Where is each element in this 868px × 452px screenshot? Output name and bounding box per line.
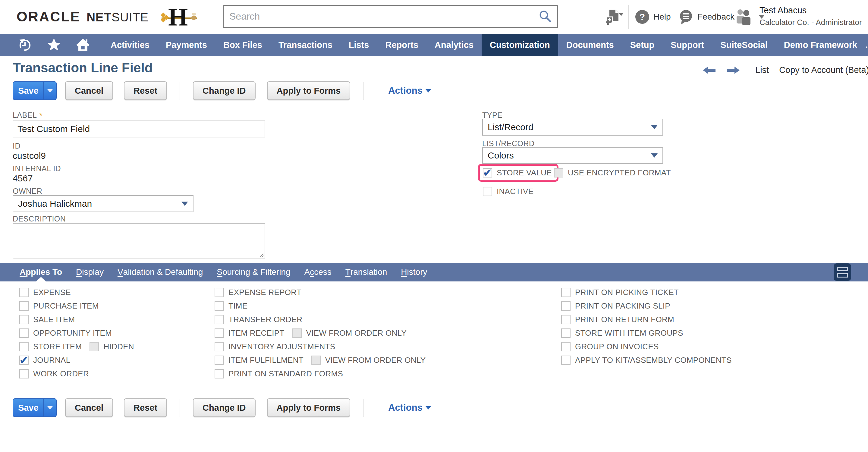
checkbox-hidden[interactable] (90, 342, 99, 351)
nav-tab-reports[interactable]: Reports (377, 34, 427, 56)
nav-tab-support[interactable]: Support (662, 34, 712, 56)
apply-to-forms-button[interactable]: Apply to Forms (267, 398, 350, 417)
chevron-down-icon (426, 406, 431, 410)
search-input[interactable] (229, 11, 538, 22)
owner-select[interactable]: Joshua Halickman (13, 195, 193, 212)
netsuite-wordmark-suite: SUITE (112, 10, 149, 24)
subtab-applies-to[interactable]: Applies To (13, 263, 69, 282)
checkbox-expense[interactable] (19, 288, 29, 297)
history-icon[interactable] (18, 38, 32, 52)
nav-tab-documents[interactable]: Documents (558, 34, 622, 56)
subtab-history[interactable]: History (394, 263, 434, 282)
nav-tab-lists[interactable]: Lists (341, 34, 377, 56)
checkbox-inactive[interactable] (483, 187, 492, 196)
nav-tab-customization[interactable]: Customization (482, 34, 558, 56)
nav-tab-payments[interactable]: Payments (158, 34, 215, 56)
save-button-label[interactable]: Save (13, 82, 43, 99)
nav-tab-box-files[interactable]: Box Files (215, 34, 270, 56)
checkbox-item-receipt[interactable] (215, 328, 224, 338)
checkbox-label: STORE WITH ITEM GROUPS (575, 328, 683, 338)
checkbox-label: SALE ITEM (33, 315, 75, 324)
checkbox-store-value[interactable]: ✔ (483, 168, 492, 177)
inactive-row: INACTIVE (483, 187, 533, 196)
forward-arrow-icon[interactable] (726, 65, 740, 75)
checkbox-view-from-order-only[interactable] (292, 328, 302, 338)
checkbox-print-on-packing-slip[interactable] (561, 301, 570, 311)
layout-rows-icon[interactable] (834, 263, 851, 281)
save-button[interactable]: Save (13, 82, 57, 100)
nav-overflow-button[interactable]: ... (865, 40, 868, 50)
nav-tab-setup[interactable]: Setup (622, 34, 663, 56)
checkbox-print-on-picking-ticket[interactable] (561, 288, 570, 297)
actions-menu[interactable]: Actions (388, 402, 431, 413)
checkbox-label: STORE ITEM (33, 342, 82, 351)
reset-button[interactable]: Reset (124, 398, 167, 417)
checkbox-inventory-adjustments[interactable] (215, 342, 224, 351)
home-icon[interactable] (76, 38, 90, 52)
checkbox-view-from-order-only[interactable] (311, 356, 321, 365)
feedback-menu[interactable]: Feedback (679, 0, 735, 34)
checkbox-work-order[interactable] (19, 369, 29, 379)
applies-to-row: EXPENSE (19, 286, 134, 299)
list-record-select[interactable]: Colors (482, 147, 663, 164)
subtab-sourcing-filtering[interactable]: Sourcing & Filtering (210, 263, 297, 282)
subtab-display[interactable]: Display (69, 263, 111, 282)
checkbox-item-fulfillment[interactable] (215, 356, 224, 365)
copy-to-account-link[interactable]: Copy to Account (Beta) (779, 65, 868, 75)
change-id-button[interactable]: Change ID (193, 82, 255, 100)
logo-h-letter: H (168, 2, 188, 32)
checkbox-expense-report[interactable] (215, 288, 224, 297)
checkbox-opportunity-item[interactable] (19, 328, 29, 338)
checkbox-group-on-invoices[interactable] (561, 342, 570, 351)
nav-tab-suitesocial[interactable]: SuiteSocial (712, 34, 775, 56)
back-arrow-icon[interactable] (702, 65, 716, 75)
checkbox-apply-to-kit-assembly-components[interactable] (561, 356, 570, 365)
save-dropdown-button[interactable] (43, 82, 56, 99)
cancel-button[interactable]: Cancel (65, 398, 113, 417)
checkbox-label: PRINT ON PACKING SLIP (575, 301, 670, 311)
list-link[interactable]: List (755, 65, 769, 75)
type-select-value: List/Record (488, 122, 533, 132)
page-title: Transaction Line Field (13, 60, 153, 75)
favorites-star-icon[interactable] (47, 38, 61, 52)
save-dropdown-button[interactable] (43, 399, 56, 416)
checkbox-transfer-order[interactable] (215, 315, 224, 324)
checkbox-use-encrypted-format[interactable] (554, 168, 563, 177)
cancel-button[interactable]: Cancel (65, 82, 113, 100)
label-input[interactable] (13, 121, 265, 137)
checkbox-purchase-item[interactable] (19, 301, 29, 311)
change-id-button[interactable]: Change ID (193, 398, 255, 417)
type-select[interactable]: List/Record (482, 119, 663, 136)
nav-tab-analytics[interactable]: Analytics (427, 34, 482, 56)
chevron-down-icon (618, 13, 624, 16)
checkbox-label: APPLY TO KIT/ASSEMBLY COMPONENTS (575, 356, 732, 365)
help-menu[interactable]: ? Help (635, 0, 671, 34)
store-value-highlight: ✔ STORE VALUE (478, 164, 558, 182)
label-field-label: LABEL* (13, 111, 43, 121)
checkbox-store-with-item-groups[interactable] (561, 328, 570, 338)
checkbox-print-on-standard-forms[interactable] (215, 369, 224, 379)
resize-handle-icon[interactable] (258, 252, 264, 258)
checkbox-journal[interactable]: ✔ (19, 356, 29, 365)
checkbox-store-item[interactable] (19, 342, 29, 351)
subtab-translation[interactable]: Translation (338, 263, 394, 282)
search-icon[interactable] (538, 10, 552, 23)
nav-tab-demo-framework[interactable]: Demo Framework (776, 34, 865, 56)
checkbox-sale-item[interactable] (19, 315, 29, 324)
actions-menu[interactable]: Actions (388, 85, 431, 96)
description-textarea[interactable] (13, 223, 265, 259)
checkbox-label: INVENTORY ADJUSTMENTS (228, 342, 335, 351)
save-button-label[interactable]: Save (13, 399, 43, 416)
nav-tab-activities[interactable]: Activities (102, 34, 158, 56)
save-button[interactable]: Save (13, 398, 57, 417)
nav-tab-transactions[interactable]: Transactions (270, 34, 341, 56)
subtab-access[interactable]: Access (298, 263, 338, 282)
reset-button[interactable]: Reset (124, 82, 167, 100)
apply-to-forms-button[interactable]: Apply to Forms (267, 82, 350, 100)
checkbox-print-on-return-form[interactable] (561, 315, 570, 324)
checkbox-label: PRINT ON RETURN FORM (575, 315, 674, 324)
new-record-icon[interactable] (605, 9, 624, 27)
checkbox-time[interactable] (215, 301, 224, 311)
inactive-label: INACTIVE (497, 187, 533, 196)
subtab-validation-defaulting[interactable]: Validation & Defaulting (111, 263, 210, 282)
